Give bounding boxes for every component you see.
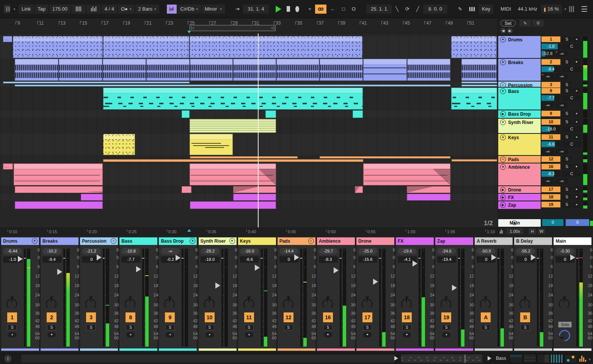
crossfade-knob[interactable] bbox=[557, 328, 573, 344]
track-name-area[interactable]: ≡Pads bbox=[498, 156, 541, 163]
send-box[interactable]: -∞ bbox=[541, 102, 554, 108]
clip[interactable] bbox=[363, 59, 407, 81]
track-header-pads[interactable]: ≡Pads12S bbox=[498, 156, 593, 163]
solo-button[interactable]: S bbox=[442, 325, 451, 330]
track-activator-button[interactable]: 9 bbox=[165, 312, 175, 322]
fader-handle[interactable] bbox=[255, 265, 260, 271]
clip[interactable] bbox=[363, 163, 450, 185]
track-name-area[interactable]: ▶Zap bbox=[498, 201, 541, 209]
clip[interactable] bbox=[103, 36, 189, 58]
pan-box[interactable]: C bbox=[562, 141, 581, 147]
clip[interactable] bbox=[190, 59, 233, 81]
track-number-box[interactable]: 8 bbox=[541, 88, 560, 94]
level-caret-icon[interactable]: ▾ bbox=[589, 358, 591, 361]
mixer-channel-zap[interactable]: Zap-24.6-19.460612182430364248546019S◕ bbox=[435, 237, 474, 351]
track-activator-button[interactable]: 11 bbox=[244, 312, 254, 322]
nudge-down-icon[interactable] bbox=[71, 5, 86, 14]
disclosure-icon[interactable]: ▶ bbox=[500, 202, 506, 208]
solo-button[interactable]: S bbox=[562, 36, 571, 42]
fader-value-field[interactable]: -6.6 bbox=[240, 256, 259, 263]
solo-button[interactable]: S bbox=[562, 156, 571, 162]
back-to-arrangement-button[interactable]: ← bbox=[327, 5, 338, 14]
clip[interactable] bbox=[190, 163, 276, 185]
fader-handle[interactable] bbox=[57, 269, 62, 275]
scale-toggle-button[interactable]: ♭♯ bbox=[167, 5, 177, 14]
arm-icon[interactable]: ● bbox=[573, 187, 580, 192]
pan-icon[interactable]: ◕ bbox=[573, 36, 580, 42]
track-number-box[interactable]: 11 bbox=[541, 134, 560, 140]
track-name-area[interactable]: ▶Bass Drop bbox=[498, 110, 541, 118]
solo-button[interactable]: S bbox=[245, 325, 254, 330]
peak-level-readout[interactable]: -10.2 bbox=[42, 248, 61, 254]
nudge-up-icon[interactable] bbox=[86, 5, 101, 14]
pan-knob[interactable] bbox=[479, 297, 492, 310]
device-thumbnail[interactable] bbox=[564, 354, 577, 363]
track-activator-button[interactable]: 2 bbox=[47, 312, 56, 322]
solo-button[interactable]: S bbox=[86, 325, 96, 330]
fader-handle[interactable] bbox=[413, 260, 417, 267]
mixer-channel-fx[interactable]: FX-19.6-4.160612182430364248546018S● bbox=[395, 237, 434, 351]
loop-region[interactable]: ▷◁ bbox=[190, 25, 276, 31]
peak-level-readout[interactable]: -55.2 bbox=[516, 248, 535, 254]
stop-button[interactable] bbox=[287, 6, 290, 12]
peak-level-readout[interactable]: -0.30 bbox=[555, 248, 574, 254]
peak-level-readout[interactable]: -16.0 bbox=[240, 248, 259, 254]
draw-automation-icon[interactable]: ✎ bbox=[519, 20, 531, 27]
pan-icon[interactable]: ◕ bbox=[166, 332, 174, 337]
device-thumbnail[interactable] bbox=[510, 354, 522, 363]
quantize-menu[interactable]: 2 Bars▾ bbox=[135, 5, 159, 14]
send-box[interactable]: -∞ bbox=[541, 74, 554, 79]
track-activator-button[interactable]: 8 bbox=[126, 312, 135, 322]
peak-level-readout[interactable]: -50.9 bbox=[477, 248, 496, 254]
clip[interactable] bbox=[14, 163, 103, 185]
solo-button[interactable]: S bbox=[562, 88, 571, 94]
track-header-drums[interactable]: ▼Drums1S◕-1.0C-52.8-∞ bbox=[498, 36, 593, 58]
solo-button[interactable]: S bbox=[47, 325, 56, 330]
fader-handle[interactable] bbox=[334, 267, 339, 273]
clip[interactable] bbox=[13, 36, 103, 58]
tap-tempo-button[interactable]: Tap bbox=[35, 5, 49, 14]
fader-value-field[interactable]: -15.6 bbox=[358, 256, 377, 263]
pan-knob[interactable] bbox=[124, 297, 137, 310]
track-activator-button[interactable]: 18 bbox=[402, 312, 412, 322]
clip[interactable] bbox=[461, 82, 497, 83]
device-chain-play-icon[interactable] bbox=[488, 356, 491, 361]
track-name-area[interactable]: ▼Ambience bbox=[498, 163, 541, 185]
track-activator-button[interactable]: A bbox=[481, 312, 491, 322]
send-box[interactable]: -∞ bbox=[555, 149, 568, 154]
pan-knob[interactable] bbox=[243, 297, 256, 310]
pan-knob[interactable] bbox=[203, 297, 216, 310]
cpu-meter[interactable]: 16 % bbox=[541, 5, 562, 14]
pan-box[interactable]: C bbox=[562, 66, 581, 72]
clip[interactable] bbox=[182, 186, 191, 193]
solo-button[interactable]: S bbox=[402, 325, 411, 330]
clip[interactable] bbox=[59, 59, 102, 81]
fader-handle[interactable] bbox=[373, 279, 378, 285]
send-box[interactable]: -∞ bbox=[555, 51, 568, 56]
track-name-area[interactable]: ▼Synth Riser bbox=[498, 119, 541, 133]
arm-icon[interactable]: ● bbox=[573, 194, 580, 200]
mixer-channel-name[interactable]: Bass bbox=[119, 237, 157, 245]
clip[interactable] bbox=[15, 186, 103, 193]
mixer-channel-name[interactable]: Ambience bbox=[317, 237, 355, 245]
arm-icon[interactable]: ● bbox=[573, 59, 580, 65]
track-header-ambience[interactable]: ▼Ambience16S●-8.3C-∞-∞ bbox=[498, 163, 593, 185]
solo-button[interactable]: S bbox=[562, 82, 571, 88]
fader-handle[interactable] bbox=[18, 256, 23, 262]
peak-level-readout[interactable]: -∞ bbox=[161, 248, 180, 254]
fader-handle[interactable] bbox=[570, 254, 575, 260]
track-header-fx[interactable]: ▶FX18S● bbox=[498, 194, 593, 201]
pan-icon[interactable]: ◕ bbox=[573, 119, 580, 125]
send-box[interactable]: -∞ bbox=[541, 178, 554, 184]
device-thumbnail[interactable] bbox=[551, 354, 563, 363]
solo-button[interactable]: S bbox=[562, 111, 571, 116]
arm-icon[interactable]: ● bbox=[324, 332, 332, 337]
solo-button[interactable]: S bbox=[562, 194, 571, 200]
pan-knob[interactable] bbox=[558, 297, 571, 310]
mixer-channel-keys[interactable]: Keys-16.0-6.660612182430364248546011S◕ bbox=[238, 237, 276, 351]
fader-handle[interactable] bbox=[215, 282, 220, 289]
clip[interactable] bbox=[451, 88, 497, 110]
track-number-box[interactable]: 16 bbox=[541, 164, 560, 169]
pan-icon[interactable]: ◕ bbox=[573, 111, 580, 116]
volume-box[interactable]: -1.0 bbox=[541, 44, 560, 49]
